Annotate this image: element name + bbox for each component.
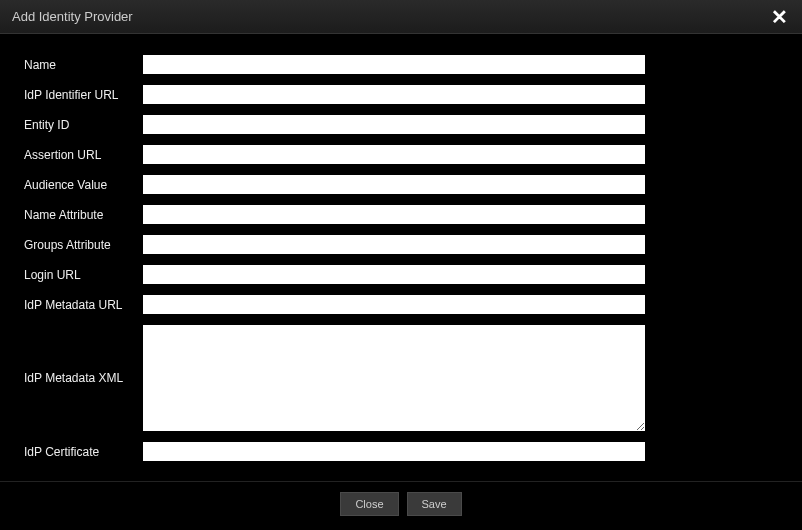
label-entity-id: Entity ID <box>24 118 142 132</box>
input-login-url[interactable] <box>142 264 646 285</box>
modal-header: Add Identity Provider ✕ <box>0 0 802 34</box>
label-login-url: Login URL <box>24 268 142 282</box>
input-name[interactable] <box>142 54 646 75</box>
label-idp-metadata-url: IdP Metadata URL <box>24 298 142 312</box>
add-identity-provider-modal: Add Identity Provider ✕ Name IdP Identif… <box>0 0 802 530</box>
input-entity-id[interactable] <box>142 114 646 135</box>
modal-body: Name IdP Identifier URL Entity ID Assert… <box>0 34 802 481</box>
label-audience-value: Audience Value <box>24 178 142 192</box>
row-idp-identifier-url: IdP Identifier URL <box>24 84 778 105</box>
row-name-attribute: Name Attribute <box>24 204 778 225</box>
label-groups-attribute: Groups Attribute <box>24 238 142 252</box>
save-button[interactable]: Save <box>407 492 462 516</box>
row-login-url: Login URL <box>24 264 778 285</box>
label-idp-identifier-url: IdP Identifier URL <box>24 88 142 102</box>
label-idp-certificate: IdP Certificate <box>24 445 142 459</box>
input-idp-metadata-url[interactable] <box>142 294 646 315</box>
modal-title: Add Identity Provider <box>12 9 133 24</box>
label-idp-metadata-xml: IdP Metadata XML <box>24 371 142 385</box>
row-name: Name <box>24 54 778 75</box>
row-groups-attribute: Groups Attribute <box>24 234 778 255</box>
input-idp-certificate[interactable] <box>142 441 646 462</box>
label-assertion-url: Assertion URL <box>24 148 142 162</box>
input-name-attribute[interactable] <box>142 204 646 225</box>
input-groups-attribute[interactable] <box>142 234 646 255</box>
row-audience-value: Audience Value <box>24 174 778 195</box>
input-audience-value[interactable] <box>142 174 646 195</box>
label-name: Name <box>24 58 142 72</box>
modal-footer: Close Save <box>0 481 802 530</box>
row-idp-certificate: IdP Certificate <box>24 441 778 462</box>
close-icon[interactable]: ✕ <box>769 7 790 27</box>
label-name-attribute: Name Attribute <box>24 208 142 222</box>
input-assertion-url[interactable] <box>142 144 646 165</box>
row-entity-id: Entity ID <box>24 114 778 135</box>
row-idp-metadata-url: IdP Metadata URL <box>24 294 778 315</box>
row-assertion-url: Assertion URL <box>24 144 778 165</box>
textarea-idp-metadata-xml[interactable] <box>142 324 646 432</box>
close-button[interactable]: Close <box>340 492 398 516</box>
row-idp-metadata-xml: IdP Metadata XML <box>24 324 778 432</box>
input-idp-identifier-url[interactable] <box>142 84 646 105</box>
